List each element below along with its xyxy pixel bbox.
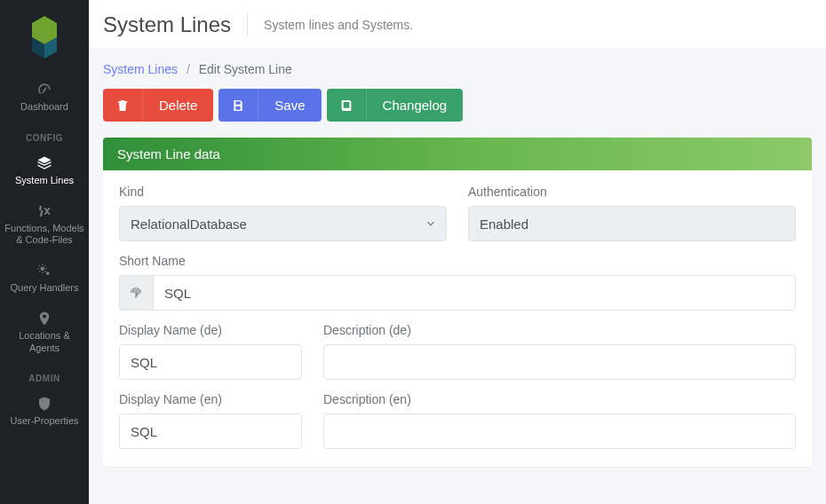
cogs-icon (36, 263, 52, 279)
changelog-icon-button[interactable] (327, 89, 366, 122)
action-row: Delete Save Changelog (103, 89, 812, 122)
auth-select-value: Enabled (480, 217, 528, 232)
sidebar-item-dashboard[interactable]: Dashboard (0, 75, 89, 122)
breadcrumb-root-link[interactable]: System Lines (103, 62, 178, 76)
main-area: System Lines System lines and Systems. S… (89, 0, 826, 504)
shortname-group (119, 275, 796, 311)
system-line-card: System Line data Kind RelationalDatabase… (103, 138, 812, 467)
sidebar-item-user-properties[interactable]: User-Properties (0, 389, 89, 437)
desc-de-label: Description (de) (323, 323, 796, 337)
app-logo (20, 14, 69, 64)
layers-icon (36, 155, 52, 171)
changelog-button-group: Changelog (327, 89, 464, 122)
shield-icon (36, 396, 52, 412)
shortname-addon (119, 275, 153, 311)
page-header: System Lines System lines and Systems. (89, 0, 826, 50)
save-icon (231, 98, 245, 113)
delete-icon-button[interactable] (103, 89, 142, 122)
page-subtitle: System lines and Systems. (264, 18, 413, 32)
sidebar-item-system-lines[interactable]: System Lines (0, 148, 89, 196)
save-icon-button[interactable] (218, 89, 258, 122)
kind-label: Kind (119, 185, 447, 199)
svg-point-6 (41, 267, 45, 272)
sidebar: Dashboard CONFIG System Lines Functions,… (0, 0, 89, 504)
book-icon (339, 98, 353, 113)
card-header: System Line data (103, 138, 812, 170)
save-button-group: Save (218, 89, 321, 122)
pin-icon (36, 311, 52, 327)
page-title: System Lines (103, 12, 231, 37)
sidebar-item-locations[interactable]: Locations & Agents (0, 303, 89, 364)
kind-select[interactable]: RelationalDatabase (119, 206, 447, 241)
kind-select-value: RelationalDatabase (131, 217, 247, 232)
desc-de-input[interactable] (323, 344, 796, 380)
breadcrumb-separator: / (181, 62, 195, 76)
title-divider (247, 12, 248, 37)
svg-point-7 (46, 272, 50, 275)
display-de-input[interactable] (119, 344, 302, 380)
delete-button-group: Delete (103, 89, 213, 122)
changelog-button[interactable]: Changelog (366, 89, 464, 122)
trash-icon (115, 98, 130, 113)
auth-select[interactable]: Enabled (468, 206, 796, 241)
sidebar-item-label: Dashboard (20, 101, 68, 112)
desc-en-label: Description (en) (323, 392, 796, 406)
fingerprint-icon (129, 286, 143, 300)
function-icon (36, 203, 52, 219)
sidebar-section-admin: ADMIN (0, 363, 89, 389)
auth-label: Authentication (468, 185, 796, 199)
sidebar-item-label: Locations & Agents (19, 330, 69, 353)
shortname-label: Short Name (119, 254, 796, 268)
desc-en-input[interactable] (323, 413, 796, 449)
display-en-input[interactable] (119, 413, 302, 449)
sidebar-item-label: Query Handlers (10, 282, 78, 293)
sidebar-item-label: User-Properties (10, 415, 78, 426)
sidebar-item-query-handlers[interactable]: Query Handlers (0, 256, 89, 303)
breadcrumb: System Lines / Edit System Line (103, 62, 812, 76)
breadcrumb-current: Edit System Line (199, 62, 292, 76)
card-body: Kind RelationalDatabase Authentication E… (103, 170, 812, 467)
sidebar-item-label: Functions, Models & Code-Files (4, 223, 83, 246)
display-de-label: Display Name (de) (119, 323, 302, 337)
sidebar-section-config: CONFIG (0, 122, 89, 148)
delete-button[interactable]: Delete (142, 89, 213, 122)
sidebar-item-functions[interactable]: Functions, Models & Code-Files (0, 196, 89, 256)
save-button[interactable]: Save (258, 89, 321, 122)
shortname-input[interactable] (153, 275, 796, 311)
chevron-down-icon (425, 217, 437, 230)
content: System Lines / Edit System Line Delete S… (89, 50, 826, 479)
gauge-icon (36, 82, 52, 98)
sidebar-item-label: System Lines (15, 175, 74, 185)
display-en-label: Display Name (en) (119, 392, 302, 406)
